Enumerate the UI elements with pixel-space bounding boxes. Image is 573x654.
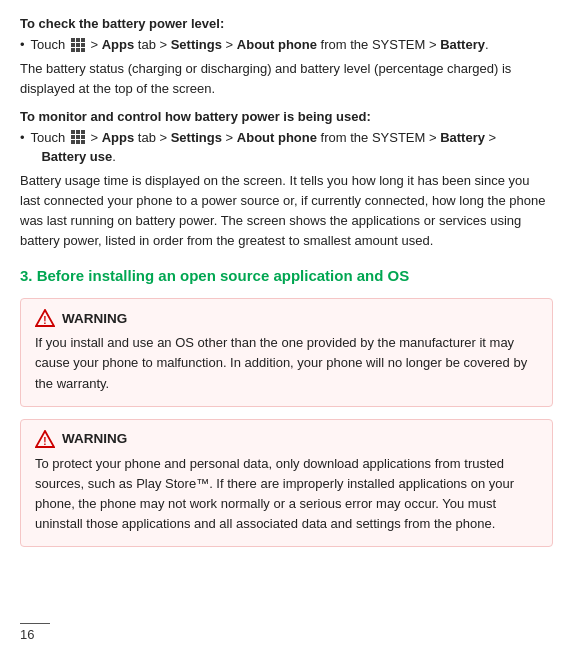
svg-text:!: ! bbox=[43, 435, 46, 446]
section1-body: The battery status (charging or discharg… bbox=[20, 59, 553, 99]
bullet-dot-2: • bbox=[20, 128, 25, 148]
aboutphone-label-1: About phone bbox=[237, 37, 317, 52]
section-check-battery: To check the battery power level: • Touc… bbox=[20, 16, 553, 99]
aboutphone-label-2: About phone bbox=[237, 130, 317, 145]
warning2-text: To protect your phone and personal data,… bbox=[35, 454, 538, 535]
settings-label-1: Settings bbox=[171, 37, 222, 52]
section1-bullet-text: Touch > Apps tab > Settings > About phon… bbox=[31, 35, 553, 55]
battery-label-2: Battery bbox=[440, 130, 485, 145]
warning-box-1: ! WARNING If you install and use an OS o… bbox=[20, 298, 553, 406]
warning-box-2: ! WARNING To protect your phone and pers… bbox=[20, 419, 553, 548]
warning1-label: WARNING bbox=[62, 311, 127, 326]
warning-icon-1: ! bbox=[35, 309, 55, 327]
warning1-header: ! WARNING bbox=[35, 309, 538, 327]
batteryuse-label: Battery use bbox=[41, 149, 112, 164]
warning2-header: ! WARNING bbox=[35, 430, 538, 448]
section3-heading: 3. Before installing an open source appl… bbox=[20, 265, 553, 286]
svg-text:!: ! bbox=[43, 315, 46, 326]
section2-bullet-text: Touch > Apps tab > Settings > About phon… bbox=[31, 128, 553, 167]
section2-heading: To monitor and control how battery power… bbox=[20, 109, 553, 124]
warning1-text: If you install and use an OS other than … bbox=[35, 333, 538, 393]
apps-label-1: Apps bbox=[102, 37, 135, 52]
section1-bullet: • Touch > Apps tab > Settings > About ph… bbox=[20, 35, 553, 55]
section2-bullet: • Touch > Apps tab > Settings > About ph… bbox=[20, 128, 553, 167]
warning-icon-2: ! bbox=[35, 430, 55, 448]
section1-heading: To check the battery power level: bbox=[20, 16, 553, 31]
section-monitor-battery: To monitor and control how battery power… bbox=[20, 109, 553, 252]
battery-label-1: Battery bbox=[440, 37, 485, 52]
apps-label-2: Apps bbox=[102, 130, 135, 145]
section2-body: Battery usage time is displayed on the s… bbox=[20, 171, 553, 252]
grid-icon-2 bbox=[71, 130, 85, 144]
bullet-dot-1: • bbox=[20, 35, 25, 55]
warning2-label: WARNING bbox=[62, 431, 127, 446]
page-number: 16 bbox=[20, 623, 50, 642]
settings-label-2: Settings bbox=[171, 130, 222, 145]
grid-icon-1 bbox=[71, 38, 85, 52]
